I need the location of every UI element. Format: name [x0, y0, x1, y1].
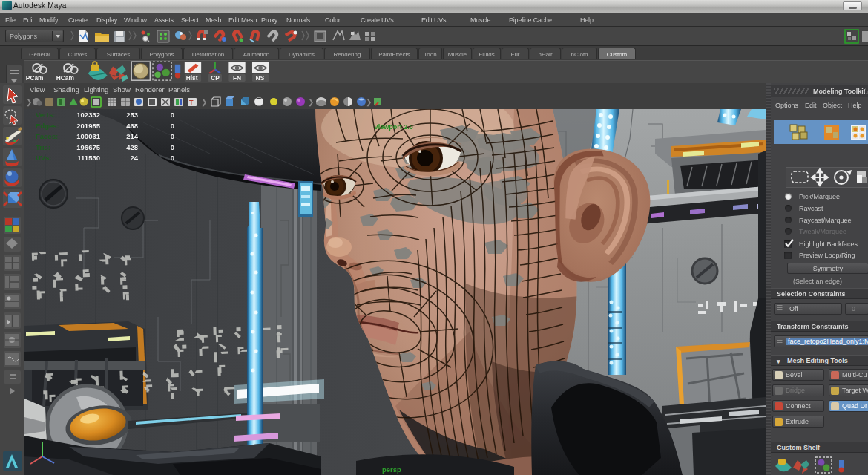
svg-text:❯: ❯ — [201, 98, 207, 107]
svg-text:468: 468 — [126, 122, 138, 130]
svg-text:PCam: PCam — [26, 74, 44, 82]
svg-text:428: 428 — [126, 143, 138, 151]
svg-text:0: 0 — [171, 143, 174, 151]
svg-text:UVs:: UVs: — [36, 154, 52, 162]
svg-text:100031: 100031 — [76, 132, 100, 140]
svg-text:HCam: HCam — [56, 74, 74, 82]
svg-text:201985: 201985 — [76, 122, 100, 130]
svg-text:T: T — [189, 99, 194, 106]
svg-text:persp: persp — [382, 465, 401, 474]
svg-text:196675: 196675 — [76, 143, 100, 151]
svg-text:24: 24 — [130, 154, 138, 162]
svg-text:NS: NS — [256, 74, 265, 82]
svg-text:0: 0 — [171, 154, 174, 162]
svg-text:❯: ❯ — [308, 98, 314, 107]
svg-text:102332: 102332 — [76, 111, 100, 119]
svg-text:Faces:: Faces: — [36, 132, 58, 140]
svg-text:CP: CP — [211, 74, 220, 82]
svg-text:0: 0 — [171, 111, 174, 119]
svg-text:0: 0 — [171, 132, 174, 140]
svg-text:FN: FN — [233, 74, 241, 82]
svg-text:Tris:: Tris: — [36, 143, 50, 151]
svg-text:214: 214 — [126, 132, 139, 140]
svg-text:Edges:: Edges: — [36, 122, 59, 130]
svg-text:Verts:: Verts: — [36, 111, 55, 119]
svg-text:111530: 111530 — [77, 154, 100, 162]
svg-text:❯: ❯ — [26, 98, 32, 107]
svg-text:❯: ❯ — [366, 98, 372, 107]
svg-text:253: 253 — [126, 111, 138, 119]
svg-text:0: 0 — [171, 122, 174, 130]
svg-text:Hist: Hist — [186, 74, 198, 82]
svg-text:Viewport 2.0: Viewport 2.0 — [374, 123, 413, 131]
